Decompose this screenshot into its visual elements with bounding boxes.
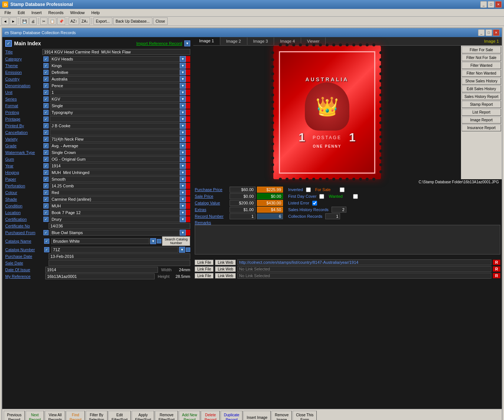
grade-red-btn[interactable] [186,143,190,149]
tab-image3[interactable]: Image 3 [247,37,274,45]
printage-dropdown[interactable]: ▼ [180,116,186,122]
denomination-red-btn[interactable] [186,83,190,89]
location-dropdown[interactable]: ▼ [180,210,186,216]
toolbar-paste[interactable]: 📌 [57,17,65,25]
backup-button[interactable]: Back Up Database... [113,17,152,25]
catalog-value-val2[interactable] [257,200,283,206]
certno-label[interactable]: Certificate No [5,224,42,228]
watermark-label[interactable]: Watermark Type [5,150,42,155]
insert-image-btn[interactable]: Insert Image [243,411,271,420]
purchasedfrom-dropdown[interactable]: ▼ [180,230,186,236]
filter-wanted-btn[interactable]: Filter Wanted [462,62,501,69]
hinging-red-btn[interactable] [186,170,190,175]
main-index-checkbox[interactable]: ✓ [5,40,12,47]
link-r-btn-2[interactable]: R [493,266,500,272]
variety-label[interactable]: Variety [5,137,42,141]
country-check[interactable]: ✓ [43,76,49,82]
search-catalog-button[interactable]: Search CatalogNumber [162,236,190,246]
category-label[interactable]: Category [5,57,42,61]
paper-label[interactable]: Paper [5,177,42,181]
extras-val2[interactable] [257,207,283,213]
perforation-dropdown[interactable]: ▼ [180,183,186,189]
perforation-red-btn[interactable] [186,183,190,189]
listederror-checkbox[interactable] [312,201,317,206]
printing-dropdown[interactable]: ▼ [180,109,186,115]
next-record-btn[interactable]: NextRecord [26,411,44,420]
link-url-3[interactable] [237,273,491,279]
saleshistory-count[interactable] [332,207,346,213]
paper-check[interactable]: ✓ [43,177,49,182]
cancellation-check[interactable]: ✓ [43,130,49,135]
tab-image2[interactable]: Image 2 [220,37,247,45]
unit-check[interactable]: ✓ [43,90,49,95]
printage-label[interactable]: Printage [5,117,42,121]
purchase-price-val2[interactable] [257,187,283,193]
menu-insert[interactable]: Insert [29,10,45,16]
link-file-btn-1[interactable]: Link File [195,260,214,265]
link-web-btn-1[interactable]: Link Web [215,260,236,265]
sale-price-val1[interactable] [230,193,256,199]
toolbar-copy[interactable]: 📋 [48,17,56,25]
country-red-btn[interactable] [186,76,190,82]
menu-file[interactable]: File [1,10,14,16]
purchasedfrom-red-btn[interactable] [186,230,190,236]
variety-red-btn[interactable] [186,136,190,142]
watermark-check[interactable]: ✓ [43,150,49,155]
dateofissue-label[interactable]: Date Of Issue [5,268,42,272]
purchase-price-val1[interactable] [230,187,256,193]
location-check[interactable]: ✓ [43,210,49,215]
printing-check[interactable]: ✓ [43,110,49,115]
year-check[interactable]: ✓ [43,163,49,168]
import-dropdown[interactable]: ▼ [184,40,190,46]
paper-red-btn[interactable] [186,176,190,182]
grade-check[interactable]: ✓ [43,143,49,148]
wanted-checkbox[interactable] [353,194,358,199]
gum-check[interactable]: ✓ [43,157,49,162]
remove-filter-sort-btn[interactable]: RemoveFilter/Sort [155,411,178,420]
printedby-label[interactable]: Printed By [5,124,42,128]
purchase-price-label[interactable]: Purchase Price [195,187,228,192]
category-check[interactable]: ✓ [43,56,49,62]
catalogname-check[interactable]: ✓ [44,239,49,244]
series-input[interactable] [50,96,180,102]
saledate-input[interactable] [49,260,190,266]
condition-red-btn[interactable] [186,203,190,209]
sales-history-report-btn[interactable]: Sales History Report [462,93,501,100]
wanted-label[interactable]: Wanted [329,194,351,198]
emission-input[interactable] [50,69,180,75]
gum-input[interactable] [50,156,180,162]
location-red-btn[interactable] [186,210,190,216]
minimize-button[interactable]: _ [480,1,487,8]
unit-input[interactable] [50,89,180,95]
purchasedfrom-input[interactable] [50,230,180,236]
dateofissue-input[interactable] [45,267,158,273]
inverted-checkbox[interactable] [306,187,311,192]
saledate-label[interactable]: Sale Date [5,261,42,265]
printedby-dropdown[interactable]: ▼ [180,123,186,129]
colour-red-btn[interactable] [186,190,190,196]
toolbar-close-button[interactable]: Close [153,17,168,25]
purchasedfrom-check[interactable]: ✓ [43,230,49,235]
printing-label[interactable]: Printing [5,110,42,115]
condition-dropdown[interactable]: ▼ [180,203,186,209]
location-input[interactable] [50,210,180,216]
denomination-dropdown[interactable]: ▼ [180,83,186,89]
show-sales-history-btn[interactable]: Show Sales History [462,78,501,85]
certification-input[interactable] [50,216,180,222]
grade-dropdown[interactable]: ▼ [180,143,186,149]
menu-help[interactable]: Help [88,10,103,16]
record-number-val2[interactable] [257,213,283,219]
year-label[interactable]: Year [5,164,42,168]
duplicate-record-btn[interactable]: DuplicateRecord [221,411,243,420]
denomination-input[interactable] [50,83,180,89]
certification-dropdown[interactable]: ▼ [180,216,186,222]
remarks-textarea[interactable] [195,225,500,255]
catalog-value-label[interactable]: Catalog Value [195,201,228,205]
catalogname-dropdown[interactable]: ▼ [150,238,156,244]
variety-dropdown[interactable]: ▼ [180,136,186,142]
emission-dropdown[interactable]: ▼ [180,69,186,75]
previous-record-btn[interactable]: PreviousRecord [4,411,25,420]
colour-input[interactable] [50,190,180,196]
paper-dropdown[interactable]: ▼ [180,176,186,182]
year-input[interactable] [50,163,180,169]
